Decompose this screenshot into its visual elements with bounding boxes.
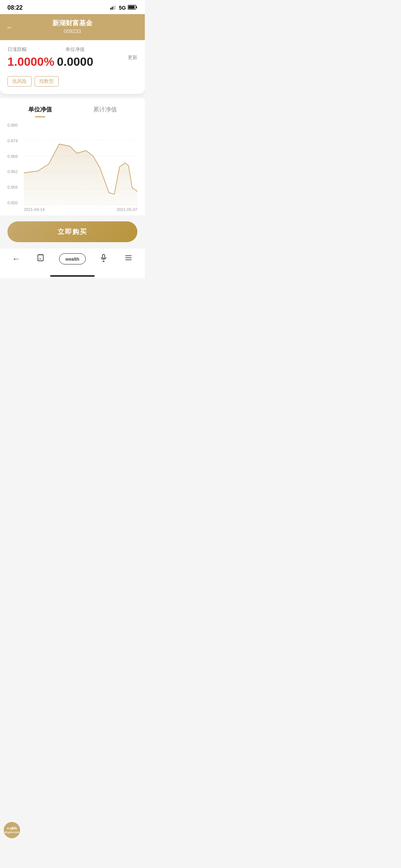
y-label-1: 0.874 (7, 139, 18, 143)
back-nav-icon: ← (12, 254, 20, 264)
chart-tabs: 单位净值 累计净值 (7, 106, 137, 116)
chart-section: 单位净值 累计净值 0.880 0.874 0.868 0.862 0.856 … (0, 98, 145, 215)
nav-wealth[interactable]: wealth (59, 253, 85, 264)
daily-change-value: 1.0000% (7, 55, 54, 69)
buy-button[interactable]: 立即购买 (7, 221, 137, 242)
buy-btn-wrapper: 立即购买 (0, 215, 145, 248)
battery-icon (128, 5, 137, 11)
timer-nav-icon: 15 (37, 254, 45, 264)
unit-nav-label: 单位净值 (54, 46, 96, 53)
tab-cumulative-nav[interactable]: 累计净值 (93, 106, 117, 116)
y-label-0: 0.880 (7, 123, 18, 127)
chart-container: 0.880 0.874 0.868 0.862 0.856 0.850 (7, 123, 137, 212)
nav-mic[interactable] (97, 252, 111, 266)
y-label-3: 0.862 (7, 170, 18, 174)
status-icons: 5G (110, 5, 137, 11)
svg-rect-5 (136, 6, 137, 8)
tab-unit-nav[interactable]: 单位净值 (28, 106, 52, 116)
y-label-2: 0.868 (7, 155, 18, 159)
x-label-left: 2021-04-14 (24, 207, 45, 212)
nav-timer[interactable]: 15 (34, 252, 48, 266)
tag-low-risk[interactable]: 低风险 (7, 76, 32, 87)
daily-change-col: 日涨跌幅 1.0000% (7, 46, 54, 69)
status-bar: 08:22 5G (0, 0, 145, 14)
unit-nav-value: 0.0000 (54, 55, 96, 69)
chart-x-labels: 2021-04-14 2021-05-07 (24, 207, 137, 212)
svg-rect-0 (110, 8, 111, 10)
network-label: 5G (119, 5, 126, 11)
fund-code: 009233 (7, 28, 137, 34)
y-label-4: 0.856 (7, 185, 18, 189)
back-button[interactable]: ← (6, 23, 13, 32)
update-col: 更新 (96, 54, 137, 61)
svg-rect-1 (112, 7, 113, 10)
fund-tags: 低风险 指数型 (7, 76, 137, 87)
nav-menu[interactable] (121, 252, 136, 266)
fund-card-header: 日涨跌幅 1.0000% 单位净值 0.0000 更新 (7, 46, 137, 69)
wealth-label: wealth (65, 257, 79, 262)
mic-nav-icon (100, 254, 108, 264)
svg-rect-3 (115, 5, 116, 10)
fund-card: 日涨跌幅 1.0000% 单位净值 0.0000 更新 低风险 指数型 (0, 40, 145, 94)
chart-svg (24, 123, 137, 205)
home-bar (50, 275, 95, 277)
svg-rect-2 (113, 6, 114, 10)
svg-rect-6 (128, 6, 135, 9)
svg-rect-17 (102, 254, 105, 259)
page-title: 新湖财富基金 (7, 19, 137, 27)
unit-nav-col: 单位净值 0.0000 (54, 46, 96, 69)
y-label-5: 0.850 (7, 201, 18, 205)
menu-nav-icon (124, 254, 133, 264)
bottom-nav: ← 15 wealth (0, 248, 145, 273)
signal-icon (110, 5, 117, 11)
svg-text:15: 15 (39, 258, 41, 260)
x-label-right: 2021-05-07 (117, 207, 137, 212)
update-label: 更新 (96, 54, 137, 61)
tag-index[interactable]: 指数型 (35, 76, 59, 87)
daily-change-label: 日涨跌幅 (7, 46, 54, 53)
home-indicator (0, 273, 145, 278)
page-header: ← 新湖财富基金 009233 (0, 14, 145, 40)
nav-back[interactable]: ← (9, 253, 23, 265)
status-time: 08:22 (7, 4, 23, 11)
chart-y-labels: 0.880 0.874 0.868 0.862 0.856 0.850 (7, 123, 18, 205)
